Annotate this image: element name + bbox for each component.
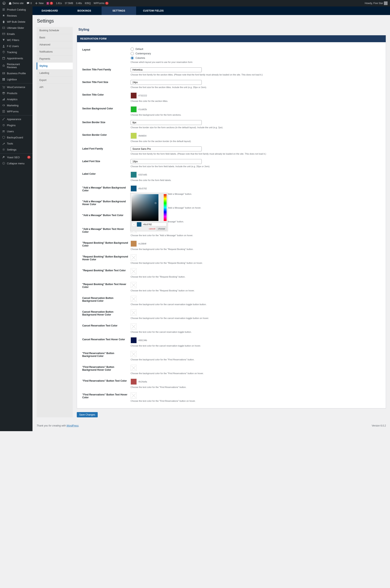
menu-restaurant-reviews[interactable]: Restaurant Reviews: [0, 61, 33, 70]
swatch-label-cancelTextHover: #06134b: [138, 339, 147, 342]
menu-plugins[interactable]: Plugins: [0, 122, 33, 128]
subtab-payments[interactable]: Payments: [37, 55, 73, 63]
menu-product-catalog[interactable]: Product Catalog: [0, 6, 33, 13]
menu-wp-bulk-delete[interactable]: WP Bulk Delete: [0, 19, 33, 25]
swatch-cancelText[interactable]: [131, 323, 137, 329]
menu-business-profile[interactable]: Business Profile: [0, 70, 33, 76]
svg-point-24: [3, 130, 4, 131]
swatch-label-addMsgBg: #0c5782: [138, 187, 147, 190]
wordpress-link[interactable]: WordPress: [66, 424, 78, 427]
swatch-findBg[interactable]: [131, 351, 137, 357]
menu-products[interactable]: Products: [0, 90, 33, 96]
menu-tools[interactable]: Tools: [0, 140, 33, 147]
swatch-addMsgBg[interactable]: [131, 186, 137, 192]
desc-cancelTextHover: Choose the text color for the cancel res…: [131, 345, 381, 347]
subtab-advanced[interactable]: Advanced: [37, 41, 73, 48]
swatch-findTextHover[interactable]: [131, 392, 137, 398]
subtab-booking-schedule[interactable]: Booking Schedule: [37, 27, 73, 34]
radio-layout-contemporary[interactable]: Contemporary: [131, 52, 381, 55]
menu-analytics[interactable]: Analytics: [0, 96, 33, 102]
menu-lightbox[interactable]: Lightbox: [0, 76, 33, 82]
label-findBg: "Find Reservations" Button Background Co…: [82, 351, 131, 357]
wp-logo[interactable]: [1, 0, 7, 6]
swatch-reqBg[interactable]: [131, 241, 137, 247]
swatch-label-findText: #b14a4a: [138, 380, 147, 383]
subtab-labelling[interactable]: Labelling: [37, 70, 73, 77]
input-sectionTitleFontSize[interactable]: [131, 80, 202, 85]
yoast[interactable]: Y2: [45, 0, 54, 6]
picker-close-icon[interactable]: [164, 194, 167, 196]
label-sectionTitleFontSize: Section Title Font Size: [82, 80, 131, 84]
subtab-api[interactable]: API: [37, 84, 73, 91]
menu-f-e-users[interactable]: F-E Users: [0, 43, 33, 49]
tab-dashboard[interactable]: DASHBOARD: [33, 6, 67, 15]
menu-ultimate-slider[interactable]: Ultimate Slider: [0, 25, 33, 31]
menu-appointments[interactable]: Appointments: [0, 55, 33, 61]
menu-reviews[interactable]: Reviews: [0, 13, 33, 19]
perf-q[interactable]: 835Q: [84, 0, 92, 6]
subtab-basic[interactable]: Basic: [37, 34, 73, 41]
menu-wc-filters[interactable]: WC Filters: [0, 37, 33, 43]
swatch-sectionBgColor[interactable]: [131, 106, 137, 112]
howdy[interactable]: Howdy, Five Star: [364, 0, 389, 6]
perf-mem[interactable]: 37.5MB: [64, 0, 74, 6]
swatch-reqBgHover[interactable]: [131, 254, 137, 261]
swatch-cancelBgHover[interactable]: [131, 310, 137, 316]
label-addMsgBg: "Add a Message" Button Background Color: [82, 186, 131, 192]
radio-layout-columns[interactable]: Columns: [131, 56, 381, 60]
perf-load[interactable]: 0.46s: [75, 0, 83, 6]
subtab-styling[interactable]: Styling: [37, 63, 73, 70]
site-name[interactable]: Demo site: [7, 0, 25, 6]
avatar: [384, 1, 388, 5]
input-sectionTitleFontFamily[interactable]: [131, 67, 202, 72]
picker-gradient[interactable]: [132, 194, 158, 221]
swatch-labelColor[interactable]: [131, 172, 137, 178]
menu-appearance[interactable]: Appearance: [0, 115, 33, 122]
comments[interactable]: 0: [25, 0, 33, 6]
picker-hue[interactable]: [164, 194, 167, 221]
input-labelFontFamily[interactable]: [131, 147, 202, 151]
label-sectionBorderColor: Section Border Color: [82, 133, 131, 136]
wpforms[interactable]: WPForms 1: [93, 0, 110, 6]
swatch-sectionBorderColor[interactable]: [131, 133, 137, 139]
swatch-cancelBg[interactable]: [131, 296, 137, 302]
input-labelFontSize[interactable]: [131, 159, 202, 164]
menu-collapse-menu[interactable]: Collapse menu: [0, 160, 33, 166]
input-sectionBorderSize[interactable]: [131, 120, 202, 125]
menu-woocommerce[interactable]: WooCommerce: [0, 83, 33, 90]
tab-settings[interactable]: SETTINGS: [101, 6, 136, 15]
subtab-notifications[interactable]: Notifications: [37, 48, 73, 55]
menu-marketing[interactable]: Marketing: [0, 102, 33, 108]
menu-users[interactable]: Users: [0, 128, 33, 134]
swatch-reqTextHover[interactable]: [131, 282, 137, 288]
desc-sectionBorderSize: Choose the border size for the form sect…: [131, 126, 381, 129]
swatch-findText[interactable]: [131, 379, 137, 385]
perf-time[interactable]: 1.61s: [55, 0, 63, 6]
menu-settings[interactable]: Settings: [0, 147, 33, 153]
label-addMsgBgHover: "Add a Message" Button Background Hover …: [82, 199, 131, 206]
radio-layout-default[interactable]: Default: [131, 47, 381, 51]
desc-reqBgHover: Choose the background color for the "Req…: [131, 262, 381, 264]
swatch-cancelTextHover[interactable]: [131, 337, 137, 343]
menu-wpforms[interactable]: WPForms: [0, 108, 33, 115]
svg-point-23: [2, 119, 3, 120]
svg-point-17: [3, 88, 3, 88]
menu-backupguard[interactable]: BackupGuard: [0, 134, 33, 140]
menu-yoast-seo[interactable]: Yoast SEO2: [0, 153, 33, 160]
save-button[interactable]: Save Changes: [77, 412, 98, 417]
new-content[interactable]: New: [34, 0, 45, 6]
menu-emails[interactable]: Emails: [0, 31, 33, 37]
swatch-sectionTitleColor[interactable]: [131, 92, 137, 99]
swatch-findBgHover[interactable]: [131, 365, 137, 371]
subtab-export[interactable]: Export: [37, 77, 73, 84]
label-cancelBg: Cancel Reservation Button Background Col…: [82, 296, 131, 302]
tab-custom-fields[interactable]: CUSTOM FIELDS: [136, 6, 171, 15]
picker-cancel[interactable]: cancel: [149, 228, 155, 230]
swatch-reqText[interactable]: [131, 268, 137, 274]
picker-choose[interactable]: choose: [157, 227, 167, 231]
picker-hex-input[interactable]: [142, 223, 167, 226]
label-sectionBorderSize: Section Border Size: [82, 120, 131, 124]
menu-tracking[interactable]: Tracking: [0, 49, 33, 55]
tab-bookings[interactable]: BOOKINGS: [67, 6, 101, 15]
picker-no-color[interactable]: [132, 222, 136, 227]
